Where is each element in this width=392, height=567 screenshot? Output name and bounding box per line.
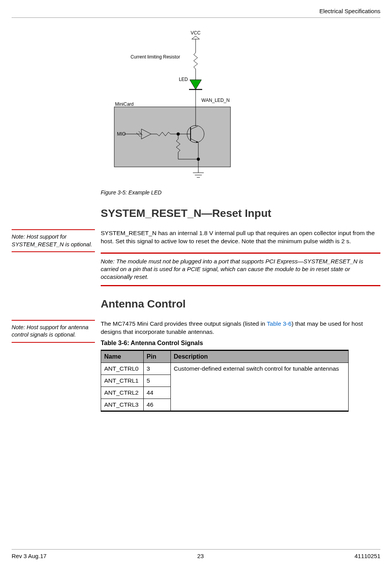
cell-name: ANT_CTRL0 xyxy=(101,363,144,375)
label-led: LED xyxy=(179,77,188,82)
label-wan-led-n: WAN_LED_N xyxy=(201,98,230,103)
link-table-3-6[interactable]: Table 3-6 xyxy=(267,320,292,327)
th-desc: Description xyxy=(170,351,348,363)
th-pin: Pin xyxy=(143,351,170,363)
cell-desc: Customer-defined external switch control… xyxy=(170,363,348,411)
section-title: Electrical Specifications xyxy=(319,8,380,14)
footer-docnum: 41110251 xyxy=(354,553,380,559)
svg-rect-4 xyxy=(114,107,230,167)
cell-pin: 44 xyxy=(143,387,170,399)
label-mio: MIO xyxy=(117,131,126,137)
warning-pci-express: Note: The module must not be plugged int… xyxy=(101,253,380,286)
side-note-system-reset: Note: Host support for SYSTEM_RESET_N is… xyxy=(12,229,95,252)
footer-page: 23 xyxy=(197,553,204,559)
heading-system-reset: SYSTEM_RESET_N—Reset Input xyxy=(101,207,380,220)
footer-rev: Rev 3 Aug.17 xyxy=(12,553,46,559)
table-antenna-signals: Name Pin Description ANT_CTRL0 3 Custome… xyxy=(101,350,349,412)
para-system-reset: SYSTEM_RESET_N has an internal 1.8 V int… xyxy=(101,229,380,246)
led-circuit-svg: VCC Current limiting Resistor LED WAN_LE… xyxy=(101,27,256,186)
page-header: Electrical Specifications xyxy=(12,8,380,18)
table-row: ANT_CTRL0 3 Customer-defined external sw… xyxy=(101,363,349,375)
label-vcc: VCC xyxy=(191,30,201,36)
label-resistor: Current limiting Resistor xyxy=(131,54,180,60)
para-text-pre: The MC7475 Mini Card provides three outp… xyxy=(101,320,267,327)
cell-pin: 5 xyxy=(143,375,170,387)
cell-name: ANT_CTRL1 xyxy=(101,375,144,387)
para-antenna-control: The MC7475 Mini Card provides three outp… xyxy=(101,320,380,336)
th-name: Name xyxy=(101,351,144,363)
cell-pin: 3 xyxy=(143,363,170,375)
page-footer: Rev 3 Aug.17 23 41110251 xyxy=(12,549,380,559)
heading-antenna-control: Antenna Control xyxy=(101,298,380,310)
figure-caption: Figure 3-5: Example LED xyxy=(101,189,380,196)
cell-name: ANT_CTRL2 xyxy=(101,387,144,399)
cell-pin: 46 xyxy=(143,399,170,411)
table-title: Table 3-6: Antenna Control Signals xyxy=(101,340,380,347)
cell-name: ANT_CTRL3 xyxy=(101,399,144,411)
figure-example-led: VCC Current limiting Resistor LED WAN_LE… xyxy=(101,27,380,196)
side-note-antenna: Note: Host support for antenna control s… xyxy=(12,320,95,343)
label-minicard: MiniCard xyxy=(115,101,134,107)
